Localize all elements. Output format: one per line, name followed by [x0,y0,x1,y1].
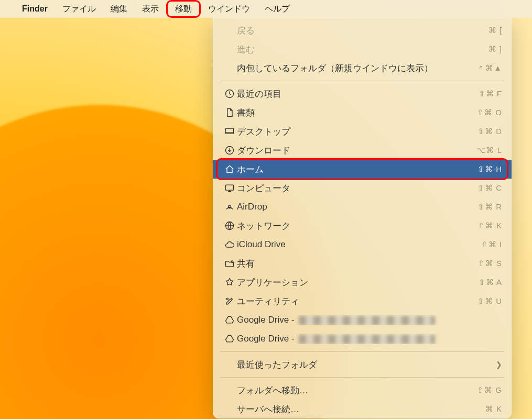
home-icon [222,164,237,174]
menu-edit[interactable]: 編集 [103,0,135,18]
shortcut: ⇧⌘ U [477,296,502,306]
shortcut: ⇧⌘ F [479,89,502,98]
shortcut: ⌥⌘ L [476,146,502,155]
shortcut: ⇧⌘ D [477,127,502,136]
label: 最近の項目 [237,88,479,100]
menu-file[interactable]: ファイル [55,0,103,18]
shortcut: ⌘ [ [488,26,502,35]
label: サーバへ接続… [237,403,485,415]
download-icon [222,145,237,156]
gdrive-icon [222,315,237,325]
menu-item-airdrop[interactable]: AirDrop ⇧⌘ R [213,197,512,216]
label: フォルダへ移動… [237,384,477,396]
label: AirDrop [237,202,477,212]
menu-item-computer[interactable]: コンピュータ ⇧⌘ C [213,179,512,197]
shortcut: ⇧⌘ S [478,259,502,268]
label: ダウンロード [237,145,476,157]
redacted-text [299,316,435,325]
menu-item-connect-to-server[interactable]: サーバへ接続… ⌘ K [213,400,512,418]
app-name[interactable]: Finder [15,0,55,18]
menu-item-recent-folders[interactable]: 最近使ったフォルダ ❯ [213,355,512,374]
shortcut: ⌘ K [485,404,502,414]
menu-item-documents[interactable]: 書類 ⇧⌘ O [213,103,512,122]
separator [220,81,504,81]
label: Google Drive - [237,315,502,325]
label: ユーティリティ [237,295,477,307]
shared-folder-icon [222,258,237,269]
label: 最近使ったフォルダ [237,359,496,371]
label: ネットワーク [237,220,478,232]
desktop: Finder ファイル 編集 表示 移動 ウインドウ ヘルプ 戻る ⌘ [ 進む… [0,0,532,419]
svg-point-6 [231,261,233,262]
svg-rect-1 [226,128,234,134]
redacted-text [299,335,435,344]
svg-point-7 [226,298,228,300]
label: 共有 [237,258,478,270]
shortcut: ⇧⌘ G [477,385,502,395]
label: 進む [237,43,488,56]
clock-icon [222,89,237,99]
shortcut: ⇧⌘ I [481,240,502,249]
utilities-icon [222,296,237,306]
document-icon [222,107,237,118]
menu-item-recents[interactable]: 最近の項目 ⇧⌘ F [213,84,512,103]
shortcut: ⇧⌘ O [477,108,502,117]
label: ホーム [237,163,477,175]
menu-item-go-to-folder[interactable]: フォルダへ移動… ⇧⌘ G [213,381,512,400]
shortcut: ⇧⌘ H [477,164,502,174]
label: コンピュータ [237,182,477,194]
label: 戻る [237,25,488,37]
apple-menu[interactable] [0,0,15,18]
menu-item-desktop[interactable]: デスクトップ ⇧⌘ D [213,122,512,141]
menu-help[interactable]: ヘルプ [257,0,297,18]
network-icon [222,220,237,231]
menu-item-shared[interactable]: 共有 ⇧⌘ S [213,254,512,273]
menu-item-enclosing-folder[interactable]: 内包しているフォルダ（新規ウインドウに表示） ＾⌘▲ [213,59,512,78]
menu-item-icloud[interactable]: iCloud Drive ⇧⌘ I [213,235,512,254]
menu-item-applications[interactable]: アプリケーション ⇧⌘ A [213,273,512,292]
shortcut: ⌘ ] [488,45,502,54]
applications-icon [222,277,237,288]
menu-item-google-drive-1[interactable]: Google Drive - [213,311,512,329]
menu-item-downloads[interactable]: ダウンロード ⌥⌘ L [213,141,512,160]
menu-item-forward[interactable]: 進む ⌘ ] [213,40,512,59]
menu-view[interactable]: 表示 [135,0,166,18]
label: iCloud Drive [237,239,481,250]
menu-item-back[interactable]: 戻る ⌘ [ [213,21,512,40]
menubar: Finder ファイル 編集 表示 移動 ウインドウ ヘルプ [0,0,532,18]
gdrive-icon [222,334,237,344]
label: 書類 [237,107,477,119]
separator [220,351,504,352]
menu-item-network[interactable]: ネットワーク ⇧⌘ K [213,216,512,235]
computer-icon [222,183,237,193]
shortcut: ＾⌘▲ [477,63,502,73]
shortcut: ⇧⌘ R [477,202,502,212]
airdrop-icon [222,202,237,212]
menu-item-google-drive-2[interactable]: Google Drive - [213,329,512,348]
shortcut: ⇧⌘ K [478,221,502,230]
chevron-right-icon: ❯ [496,360,502,369]
menu-item-utilities[interactable]: ユーティリティ ⇧⌘ U [213,292,512,311]
cloud-icon [222,239,237,250]
label: アプリケーション [237,277,479,289]
label: デスクトップ [237,126,477,138]
label: Google Drive - [237,334,502,344]
separator [220,377,504,378]
svg-rect-3 [226,185,234,190]
menu-window[interactable]: ウインドウ [201,0,257,18]
shortcut: ⇧⌘ A [479,278,502,287]
label: 内包しているフォルダ（新規ウインドウに表示） [237,62,477,74]
shortcut: ⇧⌘ C [477,183,502,193]
desktop-icon [222,126,237,137]
go-menu-dropdown: 戻る ⌘ [ 進む ⌘ ] 内包しているフォルダ（新規ウインドウに表示） ＾⌘▲… [213,18,512,418]
menu-item-home[interactable]: ホーム ⇧⌘ H [213,160,512,179]
menu-go[interactable]: 移動 [166,0,201,18]
